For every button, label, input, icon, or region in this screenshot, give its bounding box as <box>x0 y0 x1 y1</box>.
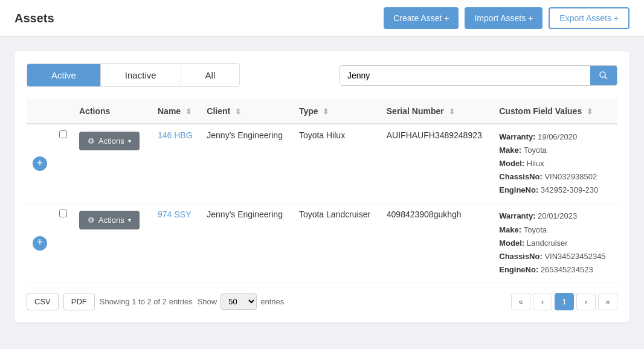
pdf-button[interactable]: PDF <box>63 293 95 310</box>
chevron-down-icon: ▾ <box>128 217 131 223</box>
main-content: Active Inactive All <box>0 37 644 337</box>
export-assets-button[interactable]: Export Assets + <box>549 7 630 29</box>
pagination-prev[interactable]: ‹ <box>533 293 552 310</box>
header-bar: Assets Create Asset + Import Assets + Ex… <box>0 0 644 37</box>
search-icon <box>599 71 608 80</box>
entries-label: entries <box>260 297 284 306</box>
top-controls: Active Inactive All <box>27 63 617 87</box>
row2-expand-cell: + <box>27 203 53 283</box>
tab-inactive[interactable]: Inactive <box>101 64 181 86</box>
row2-actions-button[interactable]: ⚙ Actions ▾ <box>79 211 140 229</box>
row1-expand-button[interactable]: + <box>33 156 47 171</box>
row1-checkbox[interactable] <box>59 130 67 138</box>
sort-client-icon: ⇕ <box>235 107 241 116</box>
col-client[interactable]: Client ⇕ <box>201 99 293 124</box>
svg-point-0 <box>600 72 605 77</box>
sort-type-icon: ⇕ <box>323 107 329 116</box>
row2-checkbox-cell <box>53 203 73 283</box>
row1-make: Make: Toyota <box>499 144 611 157</box>
page-title: Assets <box>14 11 54 25</box>
search-input[interactable] <box>340 66 590 85</box>
row1-name-cell: 146 HBG <box>152 124 201 203</box>
tab-all[interactable]: All <box>181 64 240 86</box>
search-box <box>340 65 617 86</box>
row1-custom-fields: Warranty: 19/06/2020 Make: Toyota Model:… <box>499 130 611 197</box>
sort-serial-icon: ⇕ <box>449 107 455 116</box>
col-name[interactable]: Name ⇕ <box>152 99 201 124</box>
row2-actions-label: Actions <box>98 216 124 225</box>
row2-custom-fields: Warranty: 20/01/2023 Make: Toyota Model:… <box>499 210 611 276</box>
gear-icon: ⚙ <box>88 216 95 225</box>
row2-name-link[interactable]: 974 SSY <box>158 210 191 219</box>
row1-warranty: Warranty: 19/06/2020 <box>499 130 611 144</box>
pagination-first[interactable]: « <box>511 293 530 310</box>
footer-left: CSV PDF Showing 1 to 2 of 2 entries Show… <box>27 293 284 310</box>
chevron-down-icon: ▾ <box>128 138 131 144</box>
create-asset-button[interactable]: Create Asset + <box>384 7 459 29</box>
table-footer: CSV PDF Showing 1 to 2 of 2 entries Show… <box>27 293 617 310</box>
header-actions: Create Asset + Import Assets + Export As… <box>384 7 630 29</box>
assets-table: Actions Name ⇕ Client ⇕ Type ⇕ <box>27 99 617 283</box>
tab-active[interactable]: Active <box>27 64 101 86</box>
row2-serial-cell: 4098423908gukhgh <box>381 203 493 283</box>
col-expand <box>27 99 53 124</box>
col-actions: Actions <box>73 99 152 124</box>
row2-name-cell: 974 SSY <box>152 203 201 283</box>
col-type[interactable]: Type ⇕ <box>293 99 381 124</box>
row1-checkbox-cell <box>53 124 73 203</box>
row1-type-cell: Toyota Hilux <box>293 124 381 203</box>
table-header-row: Actions Name ⇕ Client ⇕ Type ⇕ <box>27 99 617 124</box>
row2-engine: EngineNo: 265345234523 <box>499 263 611 277</box>
table-row: + ⚙ Actions ▾ 974 SSY <box>27 203 617 283</box>
col-custom[interactable]: Custom Field Values ⇕ <box>493 99 617 124</box>
pagination-current[interactable]: 1 <box>555 293 574 310</box>
row2-type-cell: Toyota Landcruiser <box>293 203 381 283</box>
import-assets-button[interactable]: Import Assets + <box>465 7 543 29</box>
sort-custom-icon: ⇕ <box>587 107 593 116</box>
row2-warranty: Warranty: 20/01/2023 <box>499 210 611 223</box>
col-serial[interactable]: Serial Number ⇕ <box>381 99 493 124</box>
showing-text: Showing 1 to 2 of 2 entries <box>100 297 193 306</box>
tabs-container: Active Inactive All <box>27 63 240 87</box>
row2-model: Model: Landcruiser <box>499 237 611 250</box>
row1-actions-button[interactable]: ⚙ Actions ▾ <box>79 132 140 150</box>
row1-expand-cell: + <box>27 124 53 203</box>
entries-select[interactable]: 10 25 50 100 <box>221 293 257 310</box>
show-label: Show <box>198 297 217 306</box>
pagination: « ‹ 1 › » <box>511 293 617 310</box>
search-button[interactable] <box>590 66 617 85</box>
row1-chassis: ChassisNo: VIN032938502 <box>499 170 611 184</box>
svg-line-1 <box>605 77 607 79</box>
row2-make: Make: Toyota <box>499 223 611 237</box>
sort-name-icon: ⇕ <box>185 107 192 116</box>
row1-custom-cell: Warranty: 19/06/2020 Make: Toyota Model:… <box>493 124 617 203</box>
pagination-last[interactable]: » <box>598 293 617 310</box>
pagination-next[interactable]: › <box>576 293 596 310</box>
col-checkbox <box>53 99 73 124</box>
row2-actions-cell: ⚙ Actions ▾ <box>73 203 152 283</box>
assets-card: Active Inactive All <box>14 51 630 322</box>
row1-name-link[interactable]: 146 HBG <box>158 130 193 140</box>
row1-model: Model: Hilux <box>499 157 611 170</box>
table-row: + ⚙ Actions ▾ 146 HBG <box>27 124 617 203</box>
row2-client-cell: Jenny's Engineering <box>201 203 293 283</box>
row1-serial-cell: AUIFHAUFH3489248923 <box>381 124 493 203</box>
row2-chassis: ChassisNo: VIN34523452345 <box>499 250 611 263</box>
row1-actions-cell: ⚙ Actions ▾ <box>73 124 152 203</box>
row1-actions-label: Actions <box>98 136 124 146</box>
row2-checkbox[interactable] <box>59 210 67 217</box>
show-entries: Show 10 25 50 100 entries <box>198 293 285 310</box>
gear-icon: ⚙ <box>88 136 95 146</box>
row1-client-cell: Jenny's Engineering <box>201 124 293 203</box>
csv-button[interactable]: CSV <box>27 293 59 310</box>
row1-engine: EngineNo: 342952-309-230 <box>499 184 611 197</box>
row2-expand-button[interactable]: + <box>33 236 47 251</box>
row2-custom-cell: Warranty: 20/01/2023 Make: Toyota Model:… <box>493 203 617 283</box>
